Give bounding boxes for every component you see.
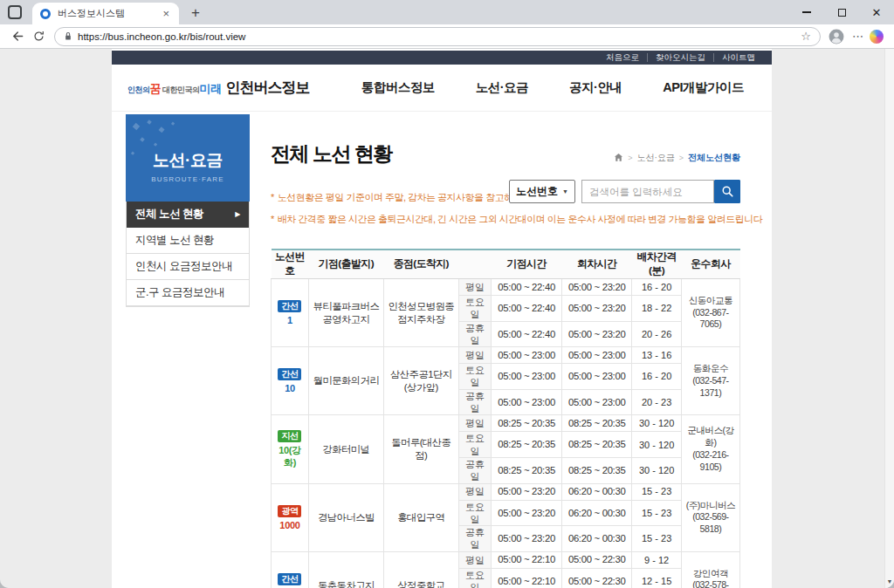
minimize-button[interactable] bbox=[789, 0, 824, 24]
tab-close-icon[interactable]: × bbox=[161, 8, 171, 19]
destination-cell: 홍대입구역 bbox=[383, 483, 458, 551]
route-number-cell[interactable]: 간선10 bbox=[272, 347, 309, 415]
turn-time-cell: 06:20 ~ 00:30 bbox=[561, 526, 632, 552]
start-time-cell: 05:00 ~ 23:00 bbox=[492, 347, 562, 364]
refresh-icon[interactable] bbox=[28, 26, 49, 47]
route-number-cell[interactable]: 간선1 bbox=[272, 279, 309, 347]
copilot-icon[interactable] bbox=[870, 30, 884, 44]
logo-slogan-part: 대한민국의 bbox=[161, 85, 200, 94]
day-cell: 토요일 bbox=[458, 432, 492, 458]
browser-tab[interactable]: 버스정보시스템 × bbox=[32, 3, 179, 24]
bookmark-star-icon[interactable]: ☆ bbox=[801, 30, 811, 43]
maximize-button[interactable] bbox=[824, 0, 859, 24]
table-header-cell: 운수회사 bbox=[681, 250, 739, 279]
day-cell: 공휴일 bbox=[458, 457, 492, 483]
nav-item[interactable]: 노선·요금 bbox=[476, 79, 528, 96]
route-number-cell[interactable]: 간선103 bbox=[272, 551, 309, 588]
start-time-cell: 05:00 ~ 23:20 bbox=[492, 483, 562, 500]
content-row: 노선·요금 BUSROUTE·FARE 전체 노선 현황▶지역별 노선 현황인천… bbox=[112, 112, 772, 588]
page-scrollbar[interactable]: ▼ bbox=[884, 49, 894, 588]
search-button[interactable] bbox=[714, 180, 740, 203]
breadcrumb-separator: > bbox=[628, 154, 632, 162]
sidebar-item[interactable]: 전체 노선 현황▶ bbox=[127, 202, 249, 228]
turn-time-cell: 08:25 ~ 20:35 bbox=[561, 415, 632, 432]
tab-title: 버스정보시스템 bbox=[58, 7, 161, 20]
profile-avatar-icon[interactable] bbox=[826, 26, 847, 47]
start-time-cell: 05:00 ~ 23:20 bbox=[492, 526, 562, 552]
active-arrow-icon: ▶ bbox=[235, 210, 240, 218]
note-line: *배차 간격중 짧은 시간은 출퇴근시간대, 긴 시간은 그외 시간대이며 이는… bbox=[271, 213, 740, 226]
tab-actions-icon[interactable] bbox=[8, 5, 22, 19]
sidebar-item[interactable]: 지역별 노선 현황 bbox=[127, 228, 249, 254]
new-tab-button[interactable]: + bbox=[191, 5, 200, 20]
utility-link[interactable]: 찾아오시는길 bbox=[648, 53, 714, 62]
table-row: 광역1000경남아너스빌홍대입구역평일05:00 ~ 23:2006:20 ~ … bbox=[272, 483, 740, 500]
turn-time-cell: 05:00 ~ 23:00 bbox=[561, 347, 632, 364]
browser-menu-icon[interactable]: ⋯ bbox=[852, 30, 864, 43]
window-controls: ✕ bbox=[789, 0, 894, 24]
interval-cell: 20 - 26 bbox=[632, 321, 681, 347]
nav-item[interactable]: 공지·안내 bbox=[569, 79, 622, 96]
route-number: 10(강화) bbox=[274, 444, 306, 469]
turn-time-cell: 06:20 ~ 00:30 bbox=[561, 483, 632, 500]
company-phone: (032-867-7065) bbox=[684, 307, 737, 332]
company-cell: 신동아교통(032-867-7065) bbox=[681, 279, 739, 347]
destination-cell: 돌머루(대산종점) bbox=[383, 415, 458, 483]
breadcrumb-item[interactable]: 전체노선현황 bbox=[688, 152, 740, 164]
route-number-cell[interactable]: 지선10(강화) bbox=[272, 415, 309, 483]
page-viewport: 처음으로찾아오시는길사이트맵 인천의꿈 대한민국의미래 인천버스정보 통합버스정… bbox=[0, 49, 894, 588]
company-phone: (032-569-5818) bbox=[684, 511, 737, 536]
site-info-lock-icon[interactable] bbox=[64, 29, 72, 44]
page-title: 전체 노선 현황 bbox=[271, 140, 392, 168]
tab-favicon-icon bbox=[40, 9, 51, 19]
origin-cell: 월미문화의거리 bbox=[308, 347, 383, 415]
search-category-select[interactable]: 노선번호 ▼ bbox=[509, 180, 575, 203]
site-content: 처음으로찾아오시는길사이트맵 인천의꿈 대한민국의미래 인천버스정보 통합버스정… bbox=[112, 49, 772, 588]
interval-cell: 15 - 23 bbox=[632, 483, 681, 500]
logo-slogan-part: 미래 bbox=[200, 82, 222, 95]
route-table-head: 노선번호기점(출발지)종점(도착지)기점시간회차시간배차간격(분)운수회사 bbox=[272, 250, 740, 279]
breadcrumb-separator: > bbox=[679, 154, 684, 162]
interval-cell: 13 - 16 bbox=[632, 347, 681, 364]
browser-window: 버스정보시스템 × + ✕ https://bus.incheon.go.kr/… bbox=[0, 0, 894, 588]
sidebar-item-label: 전체 노선 현황 bbox=[135, 207, 203, 222]
route-table: 노선번호기점(출발지)종점(도착지)기점시간회차시간배차간격(분)운수회사 간선… bbox=[271, 249, 740, 588]
note-bullet: * bbox=[271, 192, 274, 202]
breadcrumb: >노선·요금>전체노선현황 bbox=[614, 152, 740, 164]
destination-cell: 인천성모병원종점지주차장 bbox=[383, 279, 458, 347]
nav-item[interactable]: 통합버스정보 bbox=[361, 79, 435, 96]
company-name: 동화운수 bbox=[684, 363, 737, 375]
url-bar[interactable]: https://bus.incheon.go.kr/bis/rout.view … bbox=[54, 27, 821, 46]
interval-cell: 18 - 22 bbox=[632, 296, 681, 322]
utility-link[interactable]: 사이트맵 bbox=[714, 53, 763, 62]
interval-cell: 15 - 23 bbox=[632, 500, 681, 526]
site-logo[interactable]: 인천의꿈 대한민국의미래 인천버스정보 bbox=[127, 78, 310, 98]
origin-cell: 뷰티풀파크버스공영차고지 bbox=[308, 279, 383, 347]
route-number: 10 bbox=[274, 382, 306, 394]
breadcrumb-item[interactable]: 노선·요금 bbox=[636, 152, 674, 164]
interval-cell: 16 - 20 bbox=[632, 364, 681, 390]
address-bar: https://bus.incheon.go.kr/bis/rout.view … bbox=[0, 24, 894, 49]
route-type-badge: 간선 bbox=[278, 368, 301, 380]
home-icon[interactable] bbox=[614, 153, 623, 162]
day-cell: 평일 bbox=[458, 279, 492, 296]
sidebar-item[interactable]: 군.구 요금정보안내 bbox=[127, 280, 249, 306]
interval-cell: 12 - 15 bbox=[632, 568, 681, 588]
site-header: 인천의꿈 대한민국의미래 인천버스정보 통합버스정보노선·요금공지·안내API개… bbox=[112, 65, 772, 112]
interval-cell: 30 - 120 bbox=[632, 432, 681, 458]
utility-link[interactable]: 처음으로 bbox=[598, 53, 648, 62]
interval-cell: 9 - 12 bbox=[632, 551, 681, 568]
main-nav: 통합버스정보노선·요금공지·안내API개발가이드 bbox=[361, 79, 756, 96]
close-button[interactable]: ✕ bbox=[859, 0, 894, 24]
start-time-cell: 05:00 ~ 23:00 bbox=[492, 364, 562, 390]
route-number-cell[interactable]: 광역1000 bbox=[272, 483, 309, 551]
logo-title: 인천버스정보 bbox=[226, 78, 310, 98]
nav-item[interactable]: API개발가이드 bbox=[663, 79, 744, 96]
company-name: (주)마니버스 bbox=[684, 500, 737, 512]
day-cell: 토요일 bbox=[458, 296, 492, 322]
search-input[interactable] bbox=[581, 180, 714, 203]
sidebar-item[interactable]: 인천시 요금정보안내 bbox=[127, 254, 249, 280]
sidebar-subtitle: BUSROUTE·FARE bbox=[126, 175, 250, 183]
back-icon[interactable] bbox=[7, 26, 28, 47]
scroll-down-icon[interactable]: ▼ bbox=[885, 578, 894, 585]
